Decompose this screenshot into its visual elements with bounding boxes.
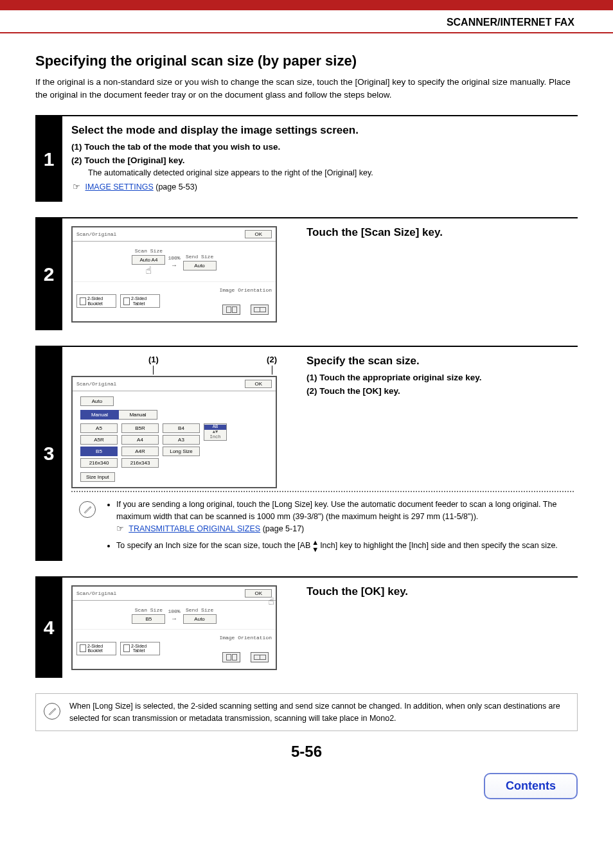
step-1-heading: Select the mode and display the image se…	[71, 124, 574, 137]
step-3-number: 3	[35, 347, 62, 561]
ok-button[interactable]: OK	[245, 380, 272, 388]
size-a4r[interactable]: A4R	[121, 447, 159, 456]
two-sided-booklet-button[interactable]: 2-SidedBooklet	[76, 294, 116, 308]
step-3-right: Specify the scan size. (1) Touch the app…	[306, 355, 574, 488]
manual-tab[interactable]: Manual	[119, 410, 157, 420]
size-b4[interactable]: B4	[163, 423, 200, 433]
screen-scan-size: Scan/Original OK Auto Manual Manual A5	[71, 376, 277, 488]
note-long-original-text: If you are sending a long original, touc…	[116, 500, 556, 521]
size-a4[interactable]: A4	[121, 435, 159, 445]
ab-inch-toggle[interactable]: AB ▲▼ Inch	[204, 423, 227, 441]
red-top-bar	[0, 0, 613, 10]
size-grid: A5 B5R B4 AB ▲▼ Inch A5R A4 A3 B5	[73, 420, 276, 470]
booklet-icon	[80, 644, 86, 652]
two-sided-booklet-button[interactable]: 2-SidedBooklet	[76, 642, 116, 655]
size-b5r[interactable]: B5R	[121, 423, 159, 433]
manual-tab-selected[interactable]: Manual	[80, 410, 119, 420]
size-b5-selected[interactable]: B5	[80, 447, 118, 456]
booklet-line-a: 2-Sided	[87, 296, 103, 301]
step-2-screenshot: Scan/Original OK Scan Size Auto A4 ☝ 100…	[71, 226, 290, 323]
scan-size-label: Scan Size	[135, 607, 163, 613]
two-sided-tablet-button[interactable]: 2-SidedTablet	[120, 294, 160, 308]
screen-scan-original: Scan/Original OK Scan Size Auto A4 ☝ 100…	[71, 226, 277, 323]
orientation-landscape-button[interactable]	[251, 305, 269, 315]
step-3-screenshot-wrap: (1) (2) Scan/Original OK Auto Manual	[71, 355, 290, 488]
note-inch-a: To specify an Inch size for the scan siz…	[116, 541, 310, 550]
size-a5r[interactable]: A5R	[80, 435, 118, 445]
transmittable-sizes-link[interactable]: TRANSMITTABLE ORIGINAL SIZES	[129, 524, 260, 533]
page-number: 5-56	[35, 743, 578, 761]
size-input-button[interactable]: Size Input	[80, 472, 115, 482]
image-orientation-label: Image Orientation	[219, 287, 272, 293]
tablet-line-a: 2-Sided	[131, 296, 147, 301]
contents-button[interactable]: Contents	[484, 773, 578, 799]
auto-button[interactable]: Auto	[80, 396, 114, 406]
screen-scan-original-4: Scan/Original OK ☝ Scan Size B5 100%	[71, 585, 277, 670]
scan-size-button[interactable]: B5	[132, 614, 165, 624]
step-1-body: Select the mode and display the image se…	[62, 116, 578, 202]
two-sided-tablet-button[interactable]: 2-SidedTablet	[120, 642, 160, 655]
step-3-heading: Specify the scan size.	[306, 355, 574, 368]
step-3-callouts: (1) (2)	[71, 355, 290, 376]
header-row: SCANNER/INTERNET FAX	[0, 10, 613, 33]
transmittable-sizes-page: (page 5-17)	[260, 524, 304, 533]
ratio-label: 100%	[168, 608, 180, 614]
step-2-heading: Touch the [Scan Size] key.	[306, 226, 574, 239]
arrow-right-icon: →	[172, 616, 176, 623]
page-heading: Specifying the original scan size (by pa…	[35, 53, 578, 69]
scan-size-button[interactable]: Auto A4	[132, 255, 165, 265]
hand-pointer-icon: ☝	[146, 266, 152, 276]
step-1-detected-text: The automatically detected original size…	[88, 168, 574, 179]
ok-button[interactable]: OK	[245, 230, 272, 238]
inch-label: Inch	[210, 435, 221, 440]
step-2-number: 2	[35, 218, 62, 330]
page-content: Specifying the original scan size (by pa…	[0, 33, 613, 761]
size-216x343[interactable]: 216x343	[121, 458, 159, 468]
bottom-note: When [Long Size] is selected, the 2-side…	[35, 693, 578, 732]
size-a5[interactable]: A5	[80, 423, 118, 433]
screen3-title: Scan/Original	[76, 381, 116, 387]
arrow-right-icon: →	[172, 262, 176, 269]
orientation-landscape-button[interactable]	[251, 652, 269, 662]
step-3-note: If you are sending a long original, touc…	[71, 491, 574, 561]
image-settings-link[interactable]: IMAGE SETTINGS	[85, 182, 153, 191]
booklet-line-b: Booklet	[87, 648, 102, 653]
send-size-label: Send Size	[186, 254, 213, 260]
step-4: 4 Scan/Original OK ☝ Scan Size B5	[35, 576, 578, 678]
booklet-line-a: 2-Sided	[87, 644, 103, 648]
tablet-line-b: Tablet	[133, 648, 145, 653]
tablet-icon	[123, 297, 130, 305]
booklet-icon	[80, 297, 86, 305]
size-long[interactable]: Long Size	[163, 447, 200, 456]
size-216x340[interactable]: 216x340	[80, 458, 118, 468]
step-3: 3 (1) (2) Scan/Original OK Auto	[35, 346, 578, 561]
note-icon	[44, 703, 60, 720]
step-1: 1 Select the mode and display the image …	[35, 115, 578, 202]
note-inch-size: To specify an Inch size for the scan siz…	[116, 539, 569, 553]
note-inch-b: Inch] key to highlight the [Inch] side a…	[320, 541, 558, 550]
orientation-portrait-button[interactable]	[222, 652, 240, 662]
step-2-body: Scan/Original OK Scan Size Auto A4 ☝ 100…	[62, 218, 578, 330]
note-icon	[79, 501, 96, 518]
header-title: SCANNER/INTERNET FAX	[447, 17, 574, 28]
send-size-button[interactable]: Auto	[183, 614, 217, 624]
send-size-label: Send Size	[186, 607, 213, 613]
step-1-number: 1	[35, 116, 62, 202]
tablet-line-b: Tablet	[133, 301, 145, 306]
step-3-item-1: (1) Touch the appropriate original size …	[306, 373, 574, 382]
callout-2: (2)	[267, 355, 277, 364]
step-4-screenshot: Scan/Original OK ☝ Scan Size B5 100%	[71, 585, 290, 670]
intro-paragraph: If the original is a non-standard size o…	[35, 76, 578, 101]
updown-icon: ▲▼	[312, 539, 319, 553]
step-1-item-2: (2) Touch the [Original] key.	[71, 155, 574, 165]
image-orientation-label: Image Orientation	[219, 635, 272, 641]
screen-title: Scan/Original	[76, 231, 116, 237]
screen4-title: Scan/Original	[76, 590, 116, 596]
orientation-portrait-button[interactable]	[222, 305, 240, 315]
size-a3[interactable]: A3	[163, 435, 200, 445]
send-size-button[interactable]: Auto	[183, 261, 217, 270]
bottom-note-text: When [Long Size] is selected, the 2-side…	[69, 700, 569, 725]
tablet-line-a: 2-Sided	[131, 644, 147, 648]
step-4-body: Scan/Original OK ☝ Scan Size B5 100%	[62, 578, 578, 678]
hand-pointer-icon: ☝	[268, 597, 274, 607]
